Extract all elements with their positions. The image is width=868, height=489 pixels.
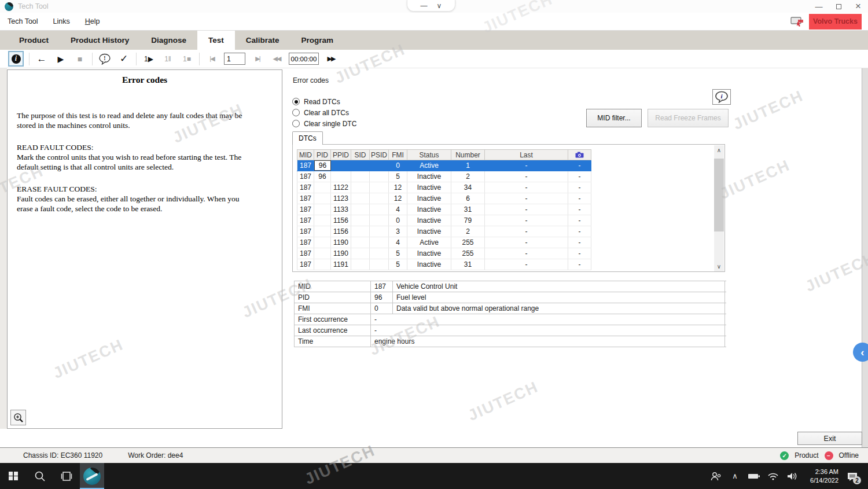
fast-forward-button[interactable]: ▶▶ xyxy=(324,52,338,66)
help-balloon-button[interactable]: i xyxy=(712,89,731,105)
slide-panel-chevron-left-icon[interactable]: ‹ xyxy=(853,343,868,362)
dtc-column-header[interactable]: SID xyxy=(351,149,370,160)
volvo-trucks-button[interactable]: Volvo Trucks xyxy=(809,14,862,30)
dtc-row[interactable]: 187965Inactive2-- xyxy=(297,171,591,182)
confirm-check-button[interactable]: ✓ xyxy=(117,52,131,66)
dtc-cell: 12 xyxy=(389,182,407,193)
dtc-column-header[interactable]: Status xyxy=(407,149,451,160)
dtc-cell: 187 xyxy=(297,171,314,182)
radio-clear-single-dtc[interactable]: Clear single DTC xyxy=(292,118,356,129)
step-number-input[interactable] xyxy=(224,53,245,65)
toolbar-separator xyxy=(29,53,30,65)
detail-cell: MID xyxy=(294,281,371,292)
maximize-button[interactable] xyxy=(829,1,848,12)
radio-label: Clear single DTC xyxy=(304,120,356,128)
dtc-cell: 1122 xyxy=(331,182,351,193)
tab-product-history[interactable]: Product History xyxy=(60,31,140,50)
comment-balloon-button[interactable]: ! xyxy=(98,52,112,66)
dtc-column-header[interactable]: MID xyxy=(297,149,314,160)
action-center-button[interactable]: 2 xyxy=(843,463,862,489)
dtc-cell: 187 xyxy=(297,193,314,204)
dtc-cell: - xyxy=(568,204,591,215)
main-tab-bar: Product Product History Diagnose Test Ca… xyxy=(0,31,868,50)
product-status-label: Product xyxy=(795,451,818,459)
tray-chevron-up-icon[interactable]: ∧ xyxy=(727,463,742,489)
tab-calibrate[interactable]: Calibrate xyxy=(235,31,290,50)
zoom-in-button[interactable] xyxy=(10,410,26,425)
dtc-cell xyxy=(314,237,331,248)
tab-diagnose[interactable]: Diagnose xyxy=(140,31,197,50)
info-button[interactable]: i xyxy=(8,51,24,67)
dtc-column-header[interactable]: PPID xyxy=(331,149,351,160)
dtc-row[interactable]: 18711904Active255-- xyxy=(297,237,591,248)
dtc-column-header[interactable]: PSID xyxy=(370,149,389,160)
dtc-column-header[interactable]: FMI xyxy=(389,149,407,160)
watermark: JIUTECH xyxy=(717,156,793,203)
scrollbar-thumb[interactable] xyxy=(714,159,724,231)
dtc-row[interactable]: 187112312Inactive6-- xyxy=(297,193,591,204)
tab-dtcs[interactable]: DTCs xyxy=(292,131,323,145)
dtc-cell: 31 xyxy=(451,204,485,215)
volume-icon[interactable] xyxy=(785,463,800,489)
dtc-column-header[interactable]: Last xyxy=(485,149,568,160)
tab-test[interactable]: Test xyxy=(197,31,235,50)
people-icon[interactable] xyxy=(708,463,723,489)
scroll-down-icon[interactable]: ∨ xyxy=(714,262,724,271)
dtc-cell: Inactive xyxy=(407,182,451,193)
dtc-cell: Inactive xyxy=(407,215,451,226)
camera-column-header[interactable] xyxy=(568,149,591,160)
dtc-vertical-scrollbar[interactable]: ∧ ∨ xyxy=(714,145,724,271)
widget-chevron-down-icon[interactable]: ∨ xyxy=(437,2,442,10)
dtc-column-header[interactable]: PID xyxy=(314,149,331,160)
dtc-row[interactable]: 18711905Inactive255-- xyxy=(297,248,591,259)
stop-one-button: 1■ xyxy=(180,52,194,66)
exit-button[interactable]: Exit xyxy=(797,432,862,445)
menu-tech-tool[interactable]: Tech Tool xyxy=(0,14,46,28)
minimize-button[interactable]: — xyxy=(809,1,829,12)
dtc-cell xyxy=(351,237,370,248)
taskbar-search-button[interactable] xyxy=(27,463,53,489)
radio-clear-all-dtcs[interactable]: Clear all DTCs xyxy=(292,107,356,118)
battery-icon[interactable] xyxy=(746,463,762,489)
play-one-button[interactable]: 1▶ xyxy=(142,52,156,66)
dtc-row[interactable]: 18711563Inactive2-- xyxy=(297,226,591,237)
mid-filter-button[interactable]: MID filter... xyxy=(586,109,642,127)
scroll-up-icon[interactable]: ∧ xyxy=(714,145,724,155)
dtc-row[interactable]: 18711334Inactive31-- xyxy=(297,204,591,215)
tab-program[interactable]: Program xyxy=(290,31,345,50)
dtc-row[interactable]: 18711560Inactive79-- xyxy=(297,215,591,226)
balloon-icon: ! xyxy=(98,53,111,65)
dtc-row[interactable]: 18711915Inactive31-- xyxy=(297,259,591,270)
dtc-cell: 96 xyxy=(314,171,331,182)
dtc-cell xyxy=(370,248,389,259)
menu-links[interactable]: Links xyxy=(46,14,78,28)
taskbar-clock[interactable]: 2:36 AM 6/14/2022 xyxy=(804,468,838,485)
stop-button: ■ xyxy=(73,52,87,66)
task-view-button[interactable] xyxy=(53,463,80,489)
dtc-cell xyxy=(370,215,389,226)
dtc-cell: 5 xyxy=(389,248,407,259)
widget-minimize-icon[interactable]: — xyxy=(421,2,428,10)
dtc-table: MIDPIDPPIDSIDPSIDFMIStatusNumberLast 187… xyxy=(297,149,591,270)
start-button[interactable] xyxy=(0,463,27,489)
close-button[interactable]: × xyxy=(848,1,868,12)
play-button[interactable]: ▶ xyxy=(54,52,68,66)
menu-help[interactable]: Help xyxy=(78,14,108,28)
dtc-column-header[interactable]: Number xyxy=(451,149,485,160)
dtc-cell xyxy=(370,182,389,193)
back-button[interactable]: ← xyxy=(35,52,49,66)
tab-product[interactable]: Product xyxy=(8,31,60,50)
dtc-row-selected[interactable]: 187960Active1-- xyxy=(297,160,591,171)
app-logo-icon xyxy=(5,2,13,11)
dtc-cell xyxy=(351,160,370,171)
taskbar-tech-tool-app[interactable] xyxy=(80,463,104,489)
dtc-cell: 6 xyxy=(451,193,485,204)
recorder-widget[interactable]: — ∨ xyxy=(407,0,455,12)
dtc-cell: 79 xyxy=(451,215,485,226)
wifi-icon[interactable] xyxy=(766,463,781,489)
content-bottom-band xyxy=(0,429,868,447)
timer-field[interactable] xyxy=(289,53,319,65)
dtc-row[interactable]: 187112212Inactive34-- xyxy=(297,182,591,193)
dtc-header-row: MIDPIDPPIDSIDPSIDFMIStatusNumberLast xyxy=(297,149,591,160)
radio-read-dtcs[interactable]: Read DTCs xyxy=(292,96,356,107)
